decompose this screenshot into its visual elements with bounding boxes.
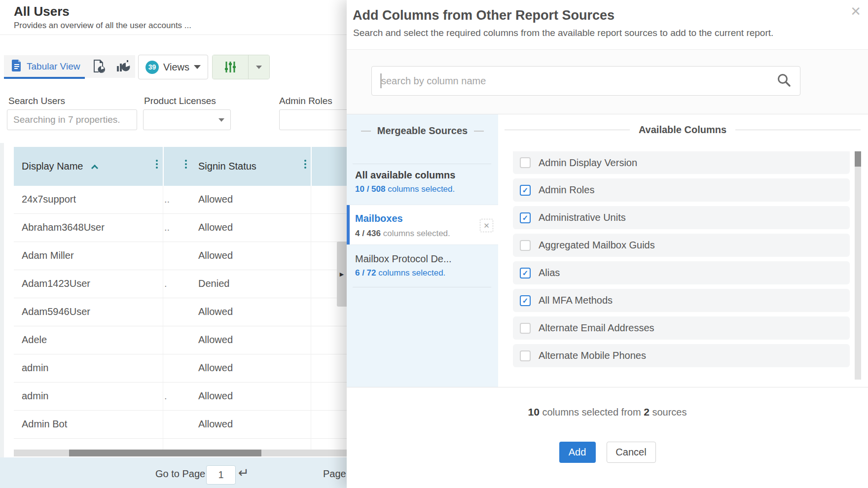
cancel-button[interactable]: Cancel (607, 442, 656, 463)
search-icon (776, 72, 791, 89)
column-divider (163, 186, 163, 450)
dialog-body: Mergeable Sources All available columns … (347, 114, 868, 387)
column-option[interactable]: ✓Aggregated Mailbox Guids (513, 234, 850, 257)
table-row[interactable]: Adam MillerAllowed (14, 242, 347, 270)
table-row[interactable]: 24x7support..Allowed (14, 186, 347, 214)
product-licenses-select[interactable] (143, 109, 231, 130)
views-button[interactable]: 39 Views (138, 55, 208, 79)
caret-down-icon (218, 118, 224, 122)
table-header: Display Name Signin Status (14, 147, 347, 186)
scrollbar-thumb[interactable] (855, 151, 861, 167)
table-row[interactable]: admin.Allowed (14, 383, 347, 411)
column-filter-split-button (212, 55, 270, 79)
views-count-badge: 39 (145, 61, 159, 74)
column-header-display-name[interactable]: Display Name (22, 161, 83, 172)
column-option[interactable]: ✓Administrative Units (513, 206, 850, 229)
check-icon: ✓ (522, 269, 529, 278)
admin-roles-label: Admin Roles (279, 96, 332, 106)
report-export-icon[interactable] (91, 58, 106, 74)
remove-source-button[interactable]: ✕ (480, 219, 493, 232)
active-tab-underline (4, 77, 85, 79)
search-users-input[interactable] (7, 109, 137, 130)
column-header-signin-status[interactable]: Signin Status (198, 161, 256, 172)
checkbox[interactable]: ✓ (520, 268, 531, 279)
page-info-label: Page (323, 468, 346, 480)
sliders-icon (224, 61, 237, 73)
column-option[interactable]: ✓Alias (513, 261, 850, 284)
caret-down-icon (194, 65, 201, 69)
tab-tabular-view[interactable]: Tabular View (4, 55, 88, 78)
mergeable-sources-panel: Mergeable Sources All available columns … (347, 114, 498, 387)
check-icon: ✓ (522, 296, 529, 305)
checkbox[interactable]: ✓ (520, 212, 531, 223)
search-users-label: Search Users (8, 96, 65, 106)
page-subtitle: Provides an overview of all the user acc… (14, 21, 191, 31)
selection-summary: 10 columns selected from 2 sources (347, 406, 868, 418)
column-menu-icon[interactable] (304, 160, 306, 169)
scrollbar-thumb[interactable] (69, 450, 261, 456)
panel-divider (353, 164, 491, 164)
panel-divider (353, 287, 491, 287)
add-columns-dialog: ✕ Add Columns from Other Report Sources … (347, 0, 868, 488)
column-divider (163, 147, 164, 186)
dialog-footer: 10 columns selected from 2 sources Add C… (347, 387, 868, 488)
column-filter-dropdown[interactable] (248, 55, 269, 79)
check-icon: ✓ (522, 213, 529, 222)
source-item-all-columns[interactable]: All available columns 10 / 508 columns s… (347, 170, 498, 201)
column-option[interactable]: ✓Admin Display Version (513, 151, 850, 174)
column-option[interactable]: ✓All MFA Methods (513, 289, 850, 312)
checkbox[interactable]: ✓ (520, 323, 531, 334)
column-option[interactable]: ✓Admin Roles (513, 178, 850, 202)
column-search-box[interactable] (371, 66, 800, 96)
checkbox[interactable]: ✓ (520, 157, 531, 168)
go-to-page-submit-icon[interactable]: ↵ (238, 465, 249, 481)
page-title: All Users (14, 4, 70, 19)
column-search-input[interactable] (381, 75, 776, 87)
page-number-input[interactable] (206, 465, 236, 485)
close-icon[interactable]: ✕ (850, 4, 861, 19)
checkbox[interactable]: ✓ (520, 185, 531, 196)
horizontal-scrollbar[interactable] (14, 450, 347, 456)
column-divider (311, 147, 312, 186)
table-row[interactable]: adminAllowed (14, 354, 347, 383)
source-item-mailbox-protocol[interactable]: Mailbox Protocol De... 6 / 72 columns se… (347, 253, 498, 285)
page-gutter (0, 143, 4, 488)
table-row[interactable]: Abraham3648User..Allowed (14, 214, 347, 242)
vertical-scrollbar[interactable] (855, 151, 861, 380)
mergeable-sources-header: Mergeable Sources (347, 125, 498, 137)
available-columns-list: ✓Admin Display Version ✓Admin Roles ✓Adm… (513, 151, 850, 372)
column-menu-icon[interactable] (156, 160, 158, 169)
column-divider (311, 186, 311, 450)
column-option[interactable]: ✓Alternate Mobile Phones (513, 344, 850, 367)
table-row[interactable]: Adam5946UserAllowed (14, 298, 347, 326)
expand-arrow-icon: ▶ (340, 271, 344, 278)
check-icon: ✓ (522, 186, 529, 195)
column-filter-button[interactable] (213, 55, 248, 79)
header-dash (474, 131, 484, 132)
caret-down-icon (256, 66, 262, 69)
chart-view-icon[interactable] (116, 58, 131, 74)
header-dash (361, 131, 371, 132)
column-option[interactable]: ✓Alternate Email Addresses (513, 316, 850, 340)
document-icon (12, 60, 22, 73)
expand-panel-handle[interactable]: ▶ (337, 242, 347, 307)
table-row[interactable]: Admin BotAllowed (14, 411, 347, 439)
checkbox[interactable]: ✓ (520, 350, 531, 361)
go-to-page-label: Go to Page (155, 468, 205, 480)
add-button[interactable]: Add (559, 442, 596, 463)
dialog-title: Add Columns from Other Report Sources (353, 8, 615, 23)
column-menu-icon[interactable] (185, 160, 187, 169)
checkbox[interactable]: ✓ (520, 240, 531, 251)
table-row[interactable]: Adam1423User.Denied (14, 270, 347, 298)
dialog-search-section (347, 49, 868, 114)
sort-ascending-icon[interactable] (91, 165, 98, 172)
product-licenses-label: Product Licenses (144, 96, 216, 106)
table-row[interactable]: AdeleAllowed (14, 326, 347, 354)
dialog-subtitle: Search and select the required columns f… (353, 28, 773, 38)
views-button-label: Views (163, 62, 189, 73)
source-item-mailboxes[interactable]: Mailboxes 4 / 436 columns selected. ✕ (347, 205, 498, 245)
remove-icon: ✕ (483, 221, 490, 230)
active-source-indicator (347, 205, 350, 244)
tab-tabular-view-label: Tabular View (27, 61, 80, 72)
checkbox[interactable]: ✓ (520, 295, 531, 306)
